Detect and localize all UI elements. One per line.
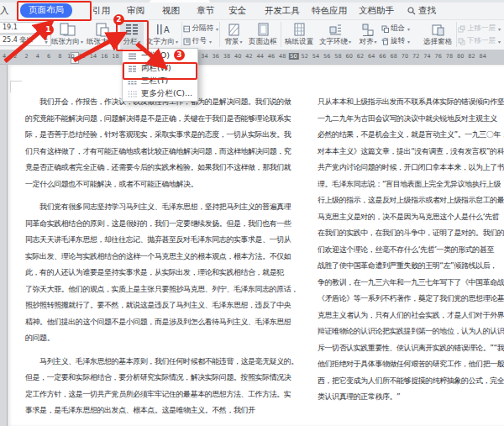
document-text-line: 一定什么问题也不可能解决，或者不可能正确地解决。 (25, 176, 302, 193)
bring-forward-button[interactable]: 上移一层▾ (458, 24, 504, 34)
ribbon-separator (281, 22, 281, 47)
breaks-button[interactable]: 分隔符▾ (183, 24, 218, 34)
ruler-number: 40 (234, 53, 241, 60)
document-text-line: 战胜了使中国革命遭到严重失败的王明“左”倾路线以后， (318, 258, 504, 275)
text-wrap-button[interactable]: 文字环绕▾ (316, 20, 354, 50)
find-button[interactable]: 查找 (407, 5, 436, 17)
ruler-number: 64 (368, 53, 375, 60)
tab-developer[interactable]: 开发工具 (265, 5, 300, 17)
document-text-line: 照抄照转照搬就行了。要不然，就说这是违反了马列主义、毛泽东思想，违反了中央 (25, 297, 302, 314)
rotate-button[interactable]: 旋转▾ (381, 36, 420, 46)
ribbon: 19.1 ▲▼ 25.4 毫米 ▲▼ 纸张方向▾ 纸张大小▾ 分栏▾ A 文字方… (0, 20, 504, 50)
menu-item-three-columns[interactable]: 三栏(T) (123, 75, 197, 87)
document-paragraph: 我们党有很多同志坚持学习马列主义、毛泽东思想，坚持把马列主义的普遍真理同革命实践… (25, 199, 302, 347)
tab-references[interactable]: 引用 (92, 5, 110, 17)
group-button[interactable]: 组合▾ (381, 24, 420, 34)
selection-pane-button[interactable]: 选择窗格 (420, 20, 455, 50)
background-button[interactable]: 背景▾ (221, 20, 246, 50)
ruler-number: 60 (346, 53, 353, 60)
document-text-line: 实际出发、理论与实践相结合的这样一个马克思主义的根本观点，根本方法。不仅如 (25, 249, 302, 266)
ruler-number: 84 (480, 53, 486, 60)
document-text-line: 斥一切否认实践重要性、使认识离开实践的错误理论。”“我 (318, 340, 504, 357)
menu-item-one-column[interactable]: 一栏(O) (123, 50, 197, 62)
line-numbers-button[interactable]: 行号▾ (183, 36, 218, 46)
chevron-down-icon: ▾ (116, 39, 118, 45)
text-direction-button[interactable]: A 文字方向▾ (144, 20, 181, 50)
three-columns-icon (128, 77, 137, 86)
chevron-down-icon: ▾ (374, 39, 376, 45)
ruler-number: 14 (90, 53, 97, 60)
ruler-number: 74 (423, 53, 430, 60)
tab-view[interactable]: 视图 (162, 5, 180, 17)
align-button[interactable]: 对齐▾ (354, 20, 381, 50)
document-text-line: 定工作方针，这是一切共产党员所必须牢牢记住的最基本的思想方法、工作方法。实 (25, 387, 302, 403)
tab-doc-assistant[interactable]: 文档助手 (359, 5, 394, 17)
tab-review[interactable]: 审阅 (127, 5, 144, 17)
ruler-number: 46 (268, 53, 275, 60)
margin-bottom-field[interactable]: 25.4 毫米 ▲▼ (0, 34, 51, 46)
ruler-number: 56 (323, 53, 330, 60)
text-direction-label: 文字方向 (146, 37, 175, 45)
group-icon (381, 25, 389, 33)
ruler-number: 76 (435, 53, 442, 60)
two-columns-icon (128, 65, 137, 73)
layer-order-group: 上移一层▾ 下移一层▾ (458, 20, 504, 50)
paper-size-label: 纸张大小 (87, 37, 115, 45)
ruler-number: 34 (201, 53, 207, 60)
ruler-number: 62 (357, 53, 364, 60)
document-text-line: 西，把它变成为人们所不能够捉摸的纯粹抽象的公式，完全否 (318, 373, 504, 390)
chevron-down-icon: ▾ (138, 39, 140, 45)
wps-window: 入 页面布局 引用 审阅 视图 章节 安全 开发工具 特色应用 文档助手 查找 … (0, 0, 504, 426)
paper-size-button[interactable]: 纸张大小▾ (85, 20, 120, 50)
chevron-down-icon: ▾ (176, 39, 178, 45)
margin-top-field[interactable]: 19.1 ▲▼ (0, 22, 51, 34)
menu-item-two-columns[interactable]: 两栏(W) (123, 62, 197, 75)
columns-button[interactable]: 分栏▾ (120, 20, 144, 50)
tab-page-layout[interactable]: 页面布局 (20, 3, 72, 18)
ruler-number: 80 (457, 53, 464, 60)
breaks-linenumber-group: 分隔符▾ 行号▾ (183, 20, 218, 50)
page-border-icon (257, 23, 270, 37)
document-text-line: 际，是否善于总结经验，针对客观现实，采取实事求是的态度，一切从实际出发。我 (25, 127, 302, 144)
stepper-arrows-icon[interactable]: ▲▼ (43, 23, 50, 33)
document-text-line: 的究竟能不能解决问题，问题解决得是不是正确，关键在于我们是否能够理论联系实 (25, 111, 302, 128)
document-text-line: 类认识真理的正常秩序。” (318, 389, 504, 406)
menu-item-label: 更多分栏(C)... (141, 88, 192, 99)
document-right-column: 只从本本和上级指示出发而不联系具体实际的错误倾向作坚一九二九年为古田会议写的决议… (318, 94, 504, 406)
menu-item-more-columns[interactable]: 更多分栏(C)... (123, 87, 197, 100)
rotate-label: 旋转 (391, 36, 405, 46)
ruler-number: 50 (288, 53, 298, 60)
tab-section[interactable]: 章节 (197, 5, 214, 17)
document-text-line: 必然的结果，不是机会主义，就是盲动主义”。一九三〇年，毛 (318, 127, 504, 144)
page-border-button[interactable]: 页面边框 (246, 20, 280, 50)
chevron-down-icon: ▾ (407, 39, 410, 45)
document-left-column: 我们开会，作报告，作决议，以及做任何工作，都为的是解决问题。我们说的做的究竟能不… (25, 94, 302, 426)
bring-forward-label: 上移一层 (467, 24, 496, 34)
document-text-line: 马列主义、毛泽东思想的基本原则，我们任何时候都不能违背，这是毫无疑义的。 (25, 354, 302, 371)
chevron-down-icon: ▾ (498, 39, 501, 45)
send-backward-button[interactable]: 下移一层▾ (458, 36, 504, 46)
send-backward-label: 下移一层 (467, 36, 496, 46)
ruler-number: 70 (402, 53, 408, 60)
ruler-number: 16 (101, 53, 108, 60)
text-direction-icon: A (155, 23, 170, 37)
ruler-number: 2 (24, 53, 28, 60)
tab-security[interactable]: 安全 (228, 5, 246, 17)
send-backward-icon (458, 38, 465, 45)
grid-paper-button[interactable]: 稿纸设置 (282, 20, 316, 50)
document-text-line: 竟是否正确或者完全正确，还需要今后的实践来检验。如果我们不这样做，那我们就 (25, 160, 302, 176)
document-text-line: 《矛盾论》等一系列不朽著作，奠定了我们党的思想理论基 (318, 291, 504, 308)
ruler-number: 48 (279, 53, 286, 60)
ruler-number: 44 (257, 53, 264, 60)
ruler-number: 18 (112, 53, 118, 60)
more-columns-icon (128, 90, 137, 98)
horizontal-ruler[interactable]: 4224681012141618202224262830323436384042… (0, 50, 504, 65)
document-text-line: 的问题。 (25, 330, 302, 347)
document-text-line: 行上级的指示，这是反对上级指示或者对上级指示怠工的最 (318, 192, 504, 209)
stepper-arrows-icon[interactable]: ▲▼ (43, 35, 50, 45)
background-label: 背景 (224, 37, 239, 45)
paper-orientation-button[interactable]: 纸张方向▾ (50, 20, 85, 50)
columns-icon (124, 23, 139, 37)
tab-insert-clipped[interactable]: 入 (0, 5, 9, 17)
tab-special-features[interactable]: 特色应用 (312, 5, 347, 17)
